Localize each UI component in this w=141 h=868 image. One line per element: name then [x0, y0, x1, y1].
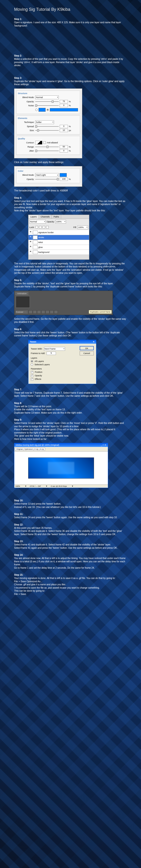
step2-text: Make a selection of the part that you wa… [14, 58, 127, 67]
delete-frame-icon[interactable] [54, 310, 58, 314]
all-layers-radio[interactable] [31, 360, 33, 363]
ok-button[interactable]: OK [80, 346, 94, 350]
color-overlay-panel: Color Blend Mode: Hard Light Opacity: 10… [14, 166, 82, 187]
ir-tabs[interactable]: Original | Optimized | 2-Up | 4-Up [15, 447, 45, 451]
jitter-slider[interactable] [35, 151, 59, 151]
eye-icon[interactable]: 👁 [29, 241, 32, 244]
range-input[interactable]: 50 [60, 145, 68, 149]
zoom-label: 100% [15, 485, 20, 487]
lock-icon[interactable] [35, 226, 38, 228]
position-checkbox[interactable] [31, 371, 33, 373]
step13-text: Select frame 41 and duplicate it. Select… [14, 543, 127, 550]
eye-icon[interactable]: 👁 [29, 251, 32, 254]
size-label: Size: [18, 129, 34, 132]
next-frame-icon[interactable] [41, 310, 45, 314]
tween-with-select[interactable]: Next Frame [44, 347, 65, 351]
minimize-icon[interactable]: _ [101, 444, 102, 446]
first-frame-icon[interactable] [29, 310, 32, 314]
lock-icon[interactable] [46, 226, 49, 228]
step3b-text: Click on 'color overlay' and apply these… [14, 161, 127, 164]
lock-icon[interactable] [39, 226, 41, 228]
quality-title: Quality [18, 137, 79, 140]
frames-add-label: Frames to Add: [31, 352, 45, 354]
gradient-radio[interactable] [47, 108, 49, 111]
prev-frame-icon[interactable] [33, 310, 37, 314]
step12-text: At this point you will have 35 frames. S… [14, 526, 127, 536]
layers-panel: Layers Channels Paths Normal Opacity: 10… [28, 215, 89, 260]
loop-select[interactable]: Forever [15, 310, 28, 314]
step7-text: There will now be 7 frames. Duplicate fr… [14, 391, 127, 398]
elements-title: Elements [18, 117, 79, 119]
co-opacity-slider[interactable] [35, 179, 59, 180]
imageready-window: k9kiba moving tech sig.psd @ 100% (Origi… [14, 443, 108, 488]
step6-text: Select the first frame and click the 'tw… [14, 331, 127, 337]
opacity-slider[interactable] [35, 101, 59, 102]
fill-select[interactable]: 100% [78, 225, 88, 229]
step14-text: You are almost done now. All that is lef… [14, 557, 127, 569]
opacity-input[interactable]: 75 [60, 100, 68, 103]
animation-tab[interactable]: Animation [15, 292, 28, 295]
color-radio[interactable] [35, 108, 37, 111]
size-slider[interactable] [35, 130, 59, 131]
layer-opacity-select[interactable]: 100% [55, 220, 66, 223]
tween-dialog: Tween ✕ Tween With: Next Frame Frames to… [28, 340, 96, 384]
fill-label: Fill: [73, 226, 77, 228]
step6-header: Step 6: [14, 328, 127, 331]
noise-input[interactable]: 0 [60, 104, 68, 107]
range-label: Range: [18, 146, 34, 148]
eye-icon[interactable]: 👁 [29, 236, 32, 239]
step3-text: Duplicate the 'stroke' layer and rename … [14, 80, 127, 86]
noise-slider[interactable] [35, 105, 59, 106]
jitter-input[interactable]: 0 [60, 149, 68, 153]
frames-input[interactable]: 5 [47, 352, 56, 355]
eye-icon[interactable]: 👁 [29, 246, 32, 249]
opacity-checkbox[interactable] [31, 374, 33, 377]
close-icon[interactable]: ✕ [105, 444, 107, 446]
co-blend-select[interactable]: Hard Light [35, 173, 59, 177]
pct-label: % [69, 100, 71, 103]
technique-select[interactable]: Softer [35, 120, 54, 124]
co-color-swatch[interactable] [60, 173, 67, 177]
play-icon[interactable] [37, 310, 41, 314]
layer-row[interactable]: 👁glow [28, 245, 89, 250]
step10-text: Select frame 13 and press the 'tween' bu… [14, 502, 127, 508]
gradient-picker[interactable] [50, 108, 78, 112]
jitter-label: Jitter: [18, 150, 34, 152]
range-slider[interactable] [35, 147, 59, 147]
lock-icon[interactable] [43, 226, 45, 228]
selected-layers-radio[interactable] [31, 363, 33, 366]
effects-checkbox[interactable] [31, 378, 33, 380]
layer-row[interactable]: 👁background [28, 250, 89, 255]
maximize-icon[interactable]: □ [103, 444, 104, 446]
layer-row[interactable]: 👁tekst [28, 240, 89, 245]
antialiased-checkbox[interactable] [43, 141, 46, 144]
step5-header: Step 5: [14, 279, 127, 281]
close-icon[interactable]: ✕ [93, 341, 95, 343]
tween-icon[interactable] [46, 310, 49, 314]
blend-mode-select[interactable]: Normal [35, 95, 59, 99]
size-input[interactable]: 10 [60, 129, 68, 132]
duplicate-frame-icon[interactable] [50, 310, 54, 314]
eye-icon[interactable]: 👁 [29, 231, 32, 234]
animation-frame[interactable] [16, 296, 30, 308]
step8-header: Step 8: [14, 402, 127, 404]
color-title: Color [18, 170, 79, 172]
layer-mode-select[interactable]: Normal [29, 220, 46, 223]
cancel-button[interactable]: Cancel [80, 351, 94, 355]
layers-tab[interactable]: Layers [28, 215, 39, 219]
paths-tab[interactable]: Paths [52, 215, 61, 219]
contour-picker[interactable] [35, 141, 42, 145]
technique-label: Technique: [18, 121, 34, 123]
glow-color-swatch[interactable] [38, 108, 46, 112]
step4b-text: The rest of this tutorial will take plac… [14, 262, 127, 275]
spread-slider[interactable] [35, 126, 59, 127]
layer-row[interactable]: 👁stroke [28, 235, 89, 240]
step14-header: Step 14: [14, 554, 127, 556]
co-opacity-input[interactable]: 100 [60, 178, 68, 181]
tooltip: Duplicates current frame [89, 310, 112, 314]
channels-tab[interactable]: Channels [39, 215, 52, 219]
download-time-label: ~3 sec @ 28.8 Kbps [50, 485, 67, 487]
layer-row[interactable]: 👁signature border [28, 230, 89, 235]
structure-title: Structure [18, 92, 79, 95]
spread-input[interactable]: 0 [60, 125, 68, 128]
